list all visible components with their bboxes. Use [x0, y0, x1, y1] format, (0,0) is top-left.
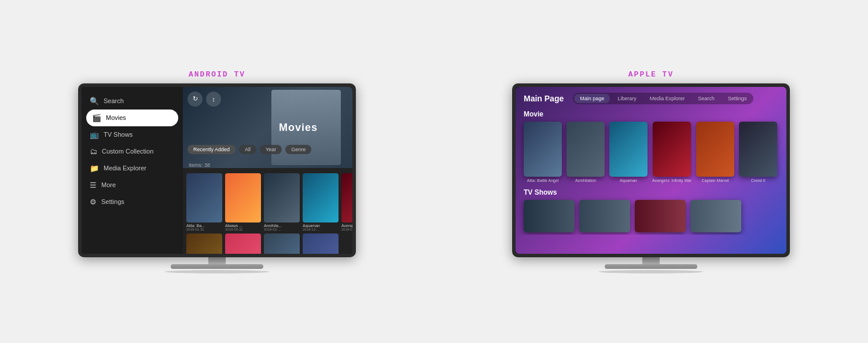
ap-name-avengers: Avangers: Infinity War	[652, 178, 692, 183]
poster-alita	[186, 173, 222, 222]
android-tv-label: ANDROID TV	[189, 70, 245, 79]
ap-poster-creed	[739, 122, 777, 177]
explorer-icon: 📁	[90, 164, 99, 173]
ap-poster-captain	[696, 122, 734, 177]
ap-tvshow-1[interactable]	[524, 200, 575, 232]
apple-movie-title: Movie	[524, 110, 778, 118]
nav-main-page[interactable]: Main page	[574, 94, 610, 103]
android-hero: ↻ ↕ Movies Recently Added All Year Genre	[183, 87, 352, 168]
apple-movie-alita[interactable]: Alita: Battle Angel	[524, 122, 562, 183]
sidebar-item-movies[interactable]: 🎬 Movies	[86, 110, 178, 126]
filter-year[interactable]: Year	[260, 145, 282, 154]
poster-a2	[264, 233, 300, 254]
movie-card-avengers[interactable]: Avenger... 2018-04-...	[341, 173, 352, 231]
apple-content: Movie Alita: Battle Angel Annihilation A…	[516, 108, 786, 235]
android-main: ↻ ↕ Movies Recently Added All Year Genre…	[183, 87, 352, 254]
card-date-avengers: 2018-04-...	[341, 228, 352, 231]
apple-tv-label: APPLE TV	[628, 70, 674, 79]
settings-icon: ⚙	[90, 198, 97, 206]
android-tv-section: ANDROID TV 🔍 Search 🎬 Movies 📺 TV Shows	[78, 70, 356, 273]
sidebar-movies-label: Movies	[106, 114, 126, 121]
card-date-aquaman: 2018-12-...	[303, 228, 339, 231]
card-title-always: Always ...	[225, 224, 261, 228]
movie-card-dumbo[interactable]: Dumbo	[303, 233, 339, 254]
apple-movie-aquaman[interactable]: Aquaman	[609, 122, 648, 183]
apple-tv-stand	[599, 257, 703, 273]
movie-card-a2[interactable]	[264, 233, 300, 254]
nav-settings[interactable]: Settings	[722, 94, 753, 103]
card-title-alita: Alita: Ba...	[186, 224, 222, 228]
sidebar-explorer-label: Media Explorer	[104, 165, 146, 172]
filter-recently-added[interactable]: Recently Added	[187, 145, 236, 154]
ap-name-aquaman: Aquaman	[620, 178, 637, 183]
ap-poster-annihil	[567, 122, 605, 177]
ap-tvshow-4[interactable]	[690, 200, 741, 232]
sort-button[interactable]: ↕	[206, 92, 221, 107]
apple-tv-title: TV Shows	[524, 188, 778, 196]
nav-media-explorer[interactable]: Media Explorer	[644, 94, 691, 103]
movie-card-aquaman[interactable]: Aquaman 2018-12-...	[303, 173, 339, 231]
ap-poster-alita	[524, 122, 562, 177]
sidebar-item-more[interactable]: ☰ More	[82, 177, 183, 194]
android-filters: Recently Added All Year Genre	[187, 145, 311, 154]
sidebar-item-settings[interactable]: ⚙ Settings	[82, 194, 183, 210]
apple-page-title: Main Page	[524, 94, 564, 103]
apple-tvshows-row	[524, 200, 778, 232]
nav-library[interactable]: Liberary	[612, 94, 642, 103]
filter-genre[interactable]: Genre	[285, 145, 311, 154]
ap-tvshow-3[interactable]	[635, 200, 686, 232]
refresh-button[interactable]: ↻	[187, 92, 203, 107]
items-count: Items: 38	[189, 162, 210, 168]
sidebar-custom-label: Custom Collection	[102, 148, 153, 155]
tv-shadow-apple	[599, 270, 703, 273]
poster-candy	[225, 233, 261, 254]
sidebar-settings-label: Settings	[101, 198, 124, 205]
ap-name-creed: Creed II	[751, 178, 766, 183]
ap-poster-avengers	[653, 122, 691, 177]
apple-movie-annihil[interactable]: Annihilation	[567, 122, 605, 183]
sidebar-item-custom[interactable]: 🗂 Custom Collection	[82, 143, 183, 160]
grid-row-2: Candy Dumbo	[186, 233, 349, 254]
poster-avengers	[341, 173, 352, 222]
grid-row-1: Alita: Ba... 2019-01-31 Always ... 2019-…	[186, 173, 349, 231]
poster-annihil	[264, 173, 300, 222]
ap-poster-aquaman	[609, 122, 648, 177]
movie-card-r1[interactable]	[186, 233, 222, 254]
custom-icon: 🗂	[90, 147, 97, 156]
poster-always	[225, 173, 261, 222]
ap-tvshow-2[interactable]	[579, 200, 630, 232]
apple-movie-captain[interactable]: Captain Marvel	[696, 122, 734, 183]
sidebar-item-tvshows[interactable]: 📺 TV Shows	[82, 126, 183, 143]
search-icon: 🔍	[90, 97, 99, 105]
apple-movie-creed[interactable]: Creed II	[739, 122, 777, 183]
movie-card-annihil[interactable]: Annihila... 2018-02-...	[264, 173, 300, 231]
tv-shadow	[165, 270, 269, 273]
ap-name-captain: Captain Marvel	[702, 178, 729, 183]
apple-movie-avengers[interactable]: Avangers: Infinity War	[652, 122, 692, 183]
hero-title: Movies	[279, 121, 318, 133]
movie-card-always[interactable]: Always ... 2019-05-31	[225, 173, 261, 231]
card-title-aquaman: Aquaman	[303, 224, 339, 228]
ap-name-annihil: Annihilation	[575, 178, 596, 183]
apple-nav: Main page Liberary Media Explorer Search…	[573, 93, 753, 104]
apple-header: Main Page Main page Liberary Media Explo…	[516, 87, 786, 108]
apple-movies-row: Alita: Battle Angel Annihilation Aquaman…	[524, 122, 778, 183]
filter-all[interactable]: All	[239, 145, 256, 154]
card-date-always: 2019-05-31	[225, 228, 261, 231]
movie-card-candy[interactable]: Candy	[225, 233, 261, 254]
android-tv-frame: 🔍 Search 🎬 Movies 📺 TV Shows 🗂 Custom Co…	[78, 83, 356, 257]
apple-tv-section: APPLE TV Main Page Main page Liberary Me…	[512, 70, 790, 273]
card-date-annihil: 2018-02-...	[264, 228, 300, 231]
sidebar-item-explorer[interactable]: 📁 Media Explorer	[82, 160, 183, 177]
tv-neck	[208, 257, 226, 264]
movies-icon: 🎬	[92, 114, 101, 122]
sidebar-item-search[interactable]: 🔍 Search	[82, 93, 183, 110]
nav-search[interactable]: Search	[692, 94, 720, 103]
android-sidebar: 🔍 Search 🎬 Movies 📺 TV Shows 🗂 Custom Co…	[82, 87, 183, 254]
card-title-annihil: Annihila...	[264, 224, 300, 228]
poster-r1	[186, 233, 222, 254]
poster-dumbo	[303, 233, 339, 254]
sidebar-search-label: Search	[104, 97, 124, 104]
movie-card-alita[interactable]: Alita: Ba... 2019-01-31	[186, 173, 222, 231]
card-date-alita: 2019-01-31	[186, 228, 222, 231]
